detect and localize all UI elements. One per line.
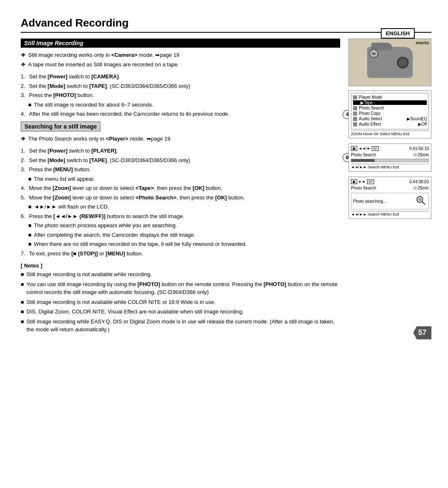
sub-bullet-symbol: ■: [28, 240, 32, 248]
searching-text: Photo searching...: [353, 199, 387, 204]
tape-sp-badge2: SP: [367, 180, 374, 184]
playback-header: ▣ ◄◄/► SP 0:41:56:10: [351, 146, 429, 151]
searching-time: 0:44:38:03: [409, 180, 429, 184]
note-symbol: ■: [21, 308, 24, 316]
playback-progress-bar: [351, 159, 429, 162]
sub-bullet-symbol: ■: [28, 231, 32, 239]
menu-footer-text: ZOOM Move OK Select MENU Exit: [351, 132, 409, 136]
ok-button: Ok: [369, 49, 378, 58]
list-item: 5. Move the [Zoom] lever up or down to s…: [21, 194, 340, 202]
step-num: 4.: [21, 110, 27, 118]
playback-panel-wrapper: 6 ▣ ◄◄/► SP 0:41:56:10 Photo Search ⏱: [348, 143, 431, 172]
english-badge: ENGLISH: [381, 28, 415, 39]
search-magnifier-icon: [415, 195, 427, 206]
sub-bullet-text: After completing the search, the Camcord…: [34, 231, 195, 239]
sub-bullet-text: The menu list will appear.: [34, 175, 95, 183]
note-item: ■ DIS, Digital Zoom, COLOR NITE, Visual …: [21, 308, 340, 316]
sub-bullet: ■ The still image is recorded for about …: [28, 101, 340, 109]
step-text: Set the [Mode] switch to [TAPE]. (SC-D36…: [29, 82, 190, 90]
note-item: ■ Still image recording is not available…: [21, 270, 340, 279]
bullet-text: The Photo Search works only in <Player> …: [28, 135, 170, 143]
sub-bullet-symbol: ■: [28, 101, 32, 109]
menu-item-label: ▶Tape: [360, 100, 373, 105]
tape-sp-badge: SP: [372, 146, 379, 151]
ok-label: Ok: [372, 52, 375, 55]
menu-item-label: Audio Select: [359, 117, 382, 121]
note-text: Still image recording while EASY.Q, DIS …: [27, 318, 340, 334]
searching-remain: 25min: [418, 186, 429, 190]
playback-label: Photo Search: [351, 153, 376, 157]
list-item: 7. To exit, press the [■ (STOP)] or [MEN…: [21, 250, 340, 258]
sub-bullet-text: The still image is recorded for about 6~…: [34, 101, 153, 109]
bullet-symbol: ❖: [21, 51, 26, 59]
sub-bullet-symbol: ■: [28, 203, 32, 211]
step-num: 2.: [21, 156, 27, 165]
menu-row: Player Mode: [353, 95, 427, 100]
remain-icon: ⏱: [413, 153, 417, 157]
list-item: 1. Set the [Power] switch to [PLAYER].: [21, 147, 340, 155]
step-text: Press the [PHOTO] button.: [29, 91, 94, 100]
camera-body: Ok: [367, 47, 413, 78]
note-item: ■ Still image recording is not available…: [21, 298, 340, 306]
step-text: Press the [MENU] button.: [29, 165, 91, 174]
menu-row: Photo Copy: [353, 111, 427, 116]
step-text: Move the [Zoom] lever up or down to sele…: [29, 194, 245, 202]
step-num: 2.: [21, 82, 27, 90]
cassette-icon2: ▣: [351, 179, 357, 184]
note-item: ■ You can use still image recording by u…: [21, 280, 340, 296]
sub-bullet-symbol: ■: [28, 175, 32, 183]
sub-bullet: ■ The photo search process appears while…: [28, 221, 340, 230]
menu-panel-inner: Player Mode ▶Tape Photo Search Phot: [351, 93, 429, 129]
section2-header: Searching for a still image: [21, 121, 100, 131]
section1-header: Still Image Recording: [21, 39, 340, 48]
list-item: 3. Press the [MENU] button.: [21, 165, 340, 174]
sub-bullet-symbol: ■: [28, 221, 32, 230]
step-text: Set the [Power] switch to [CAMERA].: [29, 73, 120, 81]
svg-line-1: [422, 202, 425, 205]
bullet-symbol: ❖: [21, 135, 26, 143]
sub-bullet: ■ After completing the search, the Camco…: [28, 231, 340, 239]
menu-panel: Player Mode ▶Tape Photo Search Phot: [348, 90, 431, 138]
menu-row: Photo Search: [353, 106, 427, 110]
list-item: 2. Set the [Mode] switch to [TAPE]. (SC-…: [21, 156, 340, 165]
note-item: ■ Still image recording while EASY.Q, DI…: [21, 318, 340, 334]
note-text: Still image recording is not available w…: [27, 298, 216, 306]
section1-steps: 1. Set the [Power] switch to [CAMERA]. 2…: [21, 73, 340, 118]
searching-footer-text: ◄◄/►► Search MENU Exit: [351, 212, 399, 216]
playback-panel: ▣ ◄◄/► SP 0:41:56:10 Photo Search ⏱ 25mi…: [348, 143, 431, 172]
step-text: After the still image has been recorded,…: [29, 110, 229, 118]
sub-bullet: ■ The menu list will appear.: [28, 175, 340, 183]
menu-item-label: Photo Search: [359, 106, 384, 110]
camera-panel: Ok PHOTO: [348, 39, 431, 86]
bullet-text: A tape must be inserted as Still Images …: [28, 61, 179, 69]
menu-item-sub: ▶Off: [418, 122, 427, 126]
menu-icon: [353, 117, 357, 121]
sub-bullet-text: ◄►/►► will flash on the LCD.: [34, 203, 109, 211]
bullet-item: ❖ The Photo Search works only in <Player…: [21, 135, 340, 143]
section-still-image: Still Image Recording ❖ Still image reco…: [21, 39, 340, 118]
searching-footer: ◄◄/►► Search MENU Exit: [351, 211, 429, 216]
sub-bullet-text: The photo search process appears while y…: [34, 221, 177, 230]
list-item: 2. Set the [Mode] switch to [TAPE]. (SC-…: [21, 82, 340, 90]
step-num: 6.: [21, 212, 27, 221]
step-text: To exit, press the [■ (STOP)] or [MENU] …: [29, 250, 143, 258]
sub-bullet: ■ When there are no still images recorde…: [28, 240, 340, 248]
note-symbol: ■: [21, 298, 24, 306]
menu-icon: [353, 112, 357, 116]
rew-ff-icon: ◄◄/►: [358, 146, 370, 151]
searching-panel-wrapper: ▣ ►► SP 0:44:38:03 Photo Search ⏱ 25min: [348, 177, 431, 219]
page-title: Advanced Recording: [21, 17, 431, 29]
photo-label: PHOTO: [416, 41, 429, 45]
note-text: You can use still image recording by usi…: [27, 280, 340, 296]
menu-footer: ZOOM Move OK Select MENU Exit: [351, 131, 429, 136]
note-text: Still image recording is not available w…: [27, 270, 152, 279]
bullet-item: ❖ Still image recording works only in <C…: [21, 51, 340, 59]
menu-item-label: Photo Copy: [359, 111, 380, 116]
step-num: 3.: [21, 91, 27, 100]
menu-icon: [353, 95, 357, 100]
searching-label: Photo Search: [351, 186, 376, 190]
menu-icon: [353, 122, 357, 126]
note-symbol: ■: [21, 318, 24, 334]
menu-row-selected: ▶Tape: [353, 100, 427, 105]
list-item: 4. Move the [Zoom] lever up or down to s…: [21, 184, 340, 192]
